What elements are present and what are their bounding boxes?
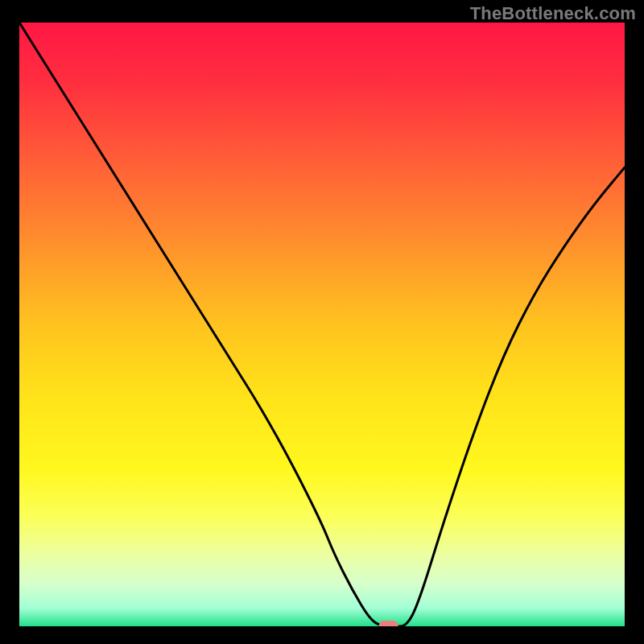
optimal-marker: [379, 621, 398, 626]
chart-frame: TheBottleneck.com: [0, 0, 644, 644]
attribution-label: TheBottleneck.com: [470, 3, 636, 24]
bottleneck-chart: [19, 23, 625, 626]
chart-background: [19, 23, 625, 626]
chart-svg: [19, 23, 625, 626]
